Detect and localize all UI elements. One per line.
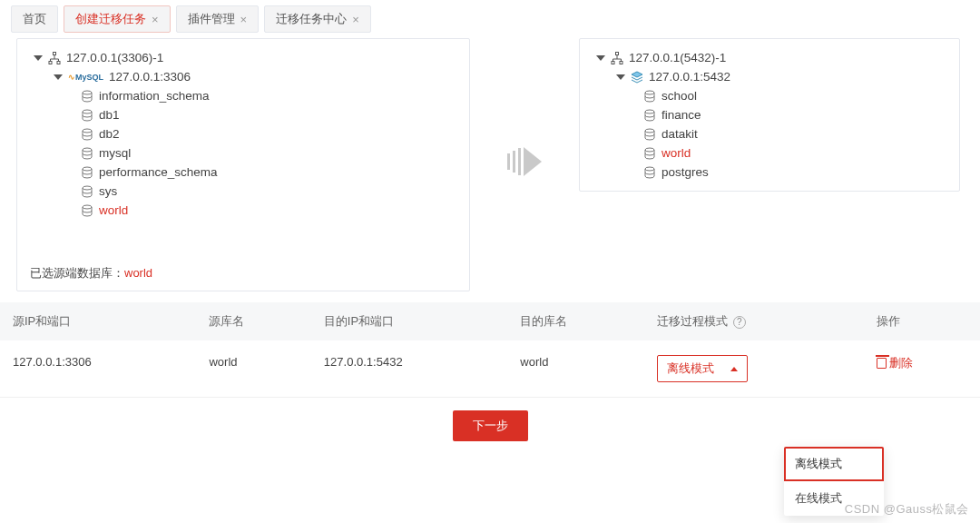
db-label: information_schema	[99, 89, 210, 103]
tree-connection[interactable]: 127.0.0.1:5432	[593, 67, 946, 86]
watermark: CSDN @Gauss松鼠会	[845, 501, 969, 518]
target-db-item[interactable]: postgres	[593, 163, 946, 182]
db-label: performance_schema	[99, 165, 218, 179]
target-db-item[interactable]: finance	[593, 105, 946, 124]
caret-down-icon	[34, 55, 43, 61]
svg-point-14	[645, 110, 654, 113]
col-mode-label: 迁移过程模式	[657, 314, 728, 328]
mode-select-value: 离线模式	[667, 360, 714, 377]
tree-connection[interactable]: ∿MySQL 127.0.0.1:3306	[30, 67, 456, 86]
selected-db-name: world	[124, 266, 152, 280]
tab-label: 首页	[23, 11, 46, 27]
tab-label: 插件管理	[188, 11, 235, 27]
source-db-item-selected[interactable]: world	[30, 201, 456, 220]
col-ops: 操作	[864, 302, 980, 340]
arrow-right-icon	[507, 147, 542, 176]
svg-point-16	[645, 148, 654, 152]
help-icon[interactable]: ?	[733, 316, 746, 329]
tab-create-migration[interactable]: 创建迁移任务×	[64, 5, 171, 33]
col-dst-db: 目的库名	[507, 302, 644, 340]
db-label: sys	[99, 184, 117, 198]
tree-root-label: 127.0.0.1(5432)-1	[629, 51, 726, 64]
source-db-item[interactable]: sys	[30, 182, 456, 201]
db-label: postgres	[662, 165, 709, 179]
db-label: world	[99, 203, 128, 217]
db-label: school	[662, 89, 697, 103]
cell-src-db: world	[196, 340, 310, 398]
tab-label: 创建迁移任务	[75, 11, 146, 27]
tree-conn-label: 127.0.0.1:3306	[109, 70, 191, 84]
svg-rect-10	[616, 52, 619, 54]
svg-rect-2	[57, 61, 60, 64]
database-icon	[643, 109, 656, 122]
database-icon	[81, 90, 93, 103]
mysql-icon: ∿MySQL	[68, 73, 103, 82]
db-label: finance	[662, 108, 701, 122]
tree-area: 127.0.0.1(3306)-1 ∿MySQL 127.0.0.1:3306 …	[0, 38, 980, 291]
database-icon	[643, 166, 656, 179]
svg-point-5	[83, 129, 92, 133]
chevron-up-icon	[730, 367, 738, 371]
close-icon[interactable]: ×	[240, 13, 248, 26]
stack-icon	[631, 71, 643, 84]
selected-source-label: 已选源端数据库：world	[30, 256, 456, 281]
tree-conn-label: 127.0.0.1:5432	[649, 70, 730, 84]
tab-plugins[interactable]: 插件管理×	[176, 5, 260, 33]
source-db-item[interactable]: db1	[30, 105, 456, 124]
tab-home[interactable]: 首页	[11, 5, 58, 33]
caret-down-icon	[616, 74, 625, 80]
svg-point-17	[645, 167, 654, 171]
table-row: 127.0.0.1:3306 world 127.0.0.1:5432 worl…	[0, 340, 980, 398]
database-icon	[81, 204, 93, 217]
database-icon	[643, 147, 656, 160]
target-db-item[interactable]: school	[593, 86, 946, 105]
database-icon	[81, 185, 93, 198]
col-src-db: 源库名	[196, 302, 310, 340]
mapping-table: 源IP和端口 源库名 目的IP和端口 目的库名 迁移过程模式 ? 操作 127.…	[0, 302, 980, 398]
target-db-item[interactable]: datakit	[593, 124, 946, 143]
close-icon[interactable]: ×	[152, 13, 159, 26]
source-db-item[interactable]: mysql	[30, 143, 456, 163]
svg-rect-0	[54, 52, 56, 54]
tab-task-center[interactable]: 迁移任务中心×	[264, 5, 371, 33]
source-tree-card: 127.0.0.1(3306)-1 ∿MySQL 127.0.0.1:3306 …	[16, 38, 470, 291]
db-label: datakit	[662, 127, 698, 141]
svg-rect-1	[49, 61, 52, 64]
target-db-item-selected[interactable]: world	[593, 143, 946, 163]
cell-src-ip: 127.0.0.1:3306	[0, 340, 196, 398]
source-db-item[interactable]: information_schema	[30, 86, 456, 105]
col-mode: 迁移过程模式 ?	[644, 302, 863, 340]
svg-point-3	[83, 91, 92, 94]
svg-rect-12	[620, 61, 622, 64]
tree-root-label: 127.0.0.1(3306)-1	[66, 51, 163, 64]
cell-dst-ip: 127.0.0.1:5432	[311, 340, 507, 398]
transfer-arrow	[470, 38, 579, 176]
svg-point-13	[645, 91, 654, 94]
tree-root[interactable]: 127.0.0.1(3306)-1	[30, 48, 456, 67]
database-icon	[81, 109, 93, 122]
source-db-item[interactable]: db2	[30, 124, 456, 143]
col-dst-ip: 目的IP和端口	[311, 302, 507, 340]
database-icon	[643, 128, 656, 141]
svg-point-7	[83, 167, 92, 171]
source-db-item[interactable]: performance_schema	[30, 163, 456, 182]
tab-bar: 首页 创建迁移任务× 插件管理× 迁移任务中心×	[0, 0, 980, 38]
tree-root[interactable]: 127.0.0.1(5432)-1	[593, 48, 946, 67]
db-label: world	[662, 146, 691, 160]
close-icon[interactable]: ×	[352, 13, 359, 26]
svg-point-6	[83, 148, 92, 152]
tab-label: 迁移任务中心	[276, 11, 347, 27]
database-icon	[81, 147, 93, 160]
mode-option-offline[interactable]: 离线模式	[784, 447, 884, 481]
cell-dst-db: world	[507, 340, 644, 398]
network-icon	[611, 52, 623, 64]
target-tree-card: 127.0.0.1(5432)-1 127.0.0.1:5432 school …	[579, 38, 960, 192]
database-icon	[81, 128, 93, 141]
selected-prefix: 已选源端数据库：	[30, 266, 124, 280]
next-button[interactable]: 下一步	[453, 410, 528, 441]
delete-button[interactable]: 删除	[877, 355, 913, 371]
svg-point-4	[83, 110, 92, 113]
delete-label: 删除	[889, 355, 913, 371]
mode-select[interactable]: 离线模式	[657, 355, 748, 382]
svg-rect-11	[612, 61, 614, 64]
